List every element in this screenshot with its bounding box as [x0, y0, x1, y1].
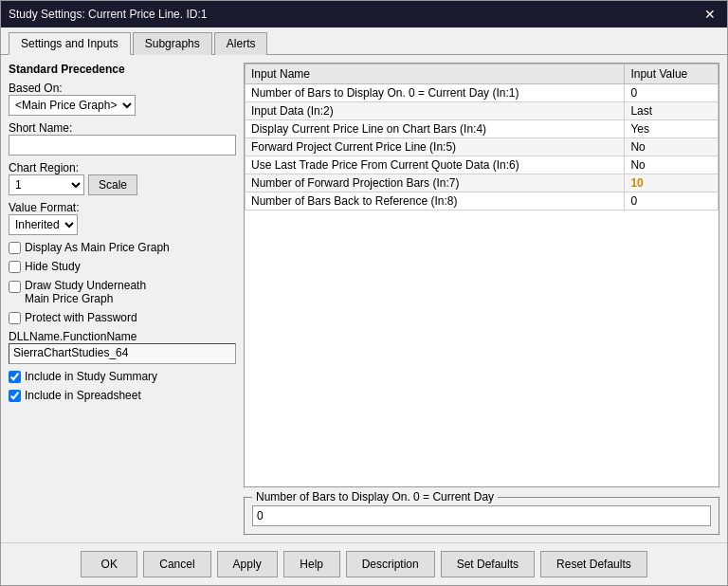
table-row[interactable]: Use Last Trade Price From Current Quote … [246, 156, 719, 174]
dll-group: DLLName.FunctionName SierraChartStudies_… [9, 330, 236, 364]
checkbox-draw-underneath: Draw Study UnderneathMain Price Graph [9, 279, 236, 305]
draw-underneath-label: Draw Study UnderneathMain Price Graph [25, 279, 146, 305]
table-row[interactable]: Display Current Price Line on Chart Bars… [246, 120, 719, 138]
main-content: Standard Precedence Based On: <Main Pric… [1, 55, 727, 542]
short-name-label: Short Name: [9, 121, 236, 135]
main-window: Study Settings: Current Price Line. ID:1… [0, 0, 728, 586]
checkbox-protect-password: Protect with Password [9, 311, 236, 324]
footer: OK Cancel Apply Help Description Set Def… [1, 542, 727, 585]
cell-input-name: Use Last Trade Price From Current Quote … [246, 156, 625, 174]
protect-password-checkbox[interactable] [9, 312, 21, 324]
based-on-group: Based On: <Main Price Graph> [9, 82, 236, 116]
input-table: Input Name Input Value Number of Bars to… [245, 64, 719, 211]
based-on-label: Based On: [9, 82, 236, 95]
input-value-field[interactable] [252, 505, 711, 526]
checkbox-display-main: Display As Main Price Graph [9, 241, 236, 254]
checkbox-include-spreadsheet: Include in Spreadsheet [9, 389, 236, 402]
tab-bar: Settings and Inputs Subgraphs Alerts [1, 27, 727, 55]
input-section-legend: Number of Bars to Display On. 0 = Curren… [252, 490, 498, 504]
ok-button[interactable]: OK [81, 551, 137, 577]
right-panel: Input Name Input Value Number of Bars to… [244, 63, 719, 535]
display-main-checkbox[interactable] [9, 242, 21, 254]
cell-input-value: 0 [625, 84, 719, 102]
table-row[interactable]: Forward Project Current Price Line (In:5… [246, 138, 719, 156]
chart-region-group: Chart Region: 1 Scale [9, 161, 236, 195]
set-defaults-button[interactable]: Set Defaults [441, 551, 535, 577]
scale-button[interactable]: Scale [88, 174, 137, 195]
value-format-select[interactable]: Inherited [9, 214, 78, 235]
cell-input-name: Forward Project Current Price Line (In:5… [246, 138, 625, 156]
chart-region-row: 1 Scale [9, 174, 236, 195]
description-button[interactable]: Description [346, 551, 435, 577]
cell-input-name: Number of Bars Back to Reference (In:8) [246, 192, 625, 211]
chart-region-label: Chart Region: [9, 161, 236, 174]
cell-input-name: Number of Bars to Display On. 0 = Curren… [246, 84, 625, 102]
include-spreadsheet-label: Include in Spreadsheet [25, 389, 141, 402]
protect-password-label: Protect with Password [25, 311, 137, 324]
col-input-name: Input Name [246, 64, 625, 84]
help-button[interactable]: Help [283, 551, 340, 577]
tab-alerts[interactable]: Alerts [214, 32, 268, 55]
display-main-label: Display As Main Price Graph [25, 241, 170, 254]
include-summary-checkbox[interactable] [9, 371, 21, 383]
cell-input-value: Yes [625, 120, 719, 138]
include-spreadsheet-checkbox[interactable] [9, 390, 21, 402]
table-row[interactable]: Number of Bars to Display On. 0 = Curren… [246, 84, 719, 102]
based-on-select[interactable]: <Main Price Graph> [9, 95, 136, 116]
table-row[interactable]: Input Data (In:2)Last [246, 102, 719, 120]
dll-value: SierraChartStudies_64 [9, 343, 236, 364]
cell-input-name: Number of Forward Projection Bars (In:7) [246, 174, 625, 192]
draw-underneath-checkbox[interactable] [9, 281, 21, 293]
short-name-group: Short Name: [9, 121, 236, 156]
cell-input-value: No [625, 156, 719, 174]
cell-input-name: Input Data (In:2) [246, 102, 625, 120]
chart-region-select[interactable]: 1 [9, 174, 84, 195]
col-input-value: Input Value [625, 64, 719, 84]
table-row[interactable]: Number of Forward Projection Bars (In:7)… [246, 174, 719, 192]
include-summary-label: Include in Study Summary [25, 370, 157, 383]
input-table-container: Input Name Input Value Number of Bars to… [244, 63, 719, 487]
close-button[interactable]: ✕ [701, 7, 719, 22]
cell-input-name: Display Current Price Line on Chart Bars… [246, 120, 625, 138]
value-format-group: Value Format: Inherited [9, 201, 236, 235]
cell-input-value: 0 [625, 192, 719, 211]
table-row[interactable]: Number of Bars Back to Reference (In:8)0 [246, 192, 719, 211]
left-panel: Standard Precedence Based On: <Main Pric… [9, 63, 236, 535]
tab-subgraphs[interactable]: Subgraphs [133, 32, 212, 55]
input-section: Number of Bars to Display On. 0 = Curren… [244, 497, 719, 535]
cell-input-value: 10 [625, 174, 719, 192]
short-name-input[interactable] [9, 135, 236, 156]
standard-precedence-label: Standard Precedence [9, 63, 236, 76]
checkbox-hide-study: Hide Study [9, 260, 236, 273]
cancel-button[interactable]: Cancel [143, 551, 210, 577]
title-bar: Study Settings: Current Price Line. ID:1… [1, 1, 727, 27]
cell-input-value: No [625, 138, 719, 156]
tab-settings[interactable]: Settings and Inputs [9, 32, 131, 55]
checkbox-include-summary: Include in Study Summary [9, 370, 236, 383]
apply-button[interactable]: Apply [217, 551, 278, 577]
cell-input-value: Last [625, 102, 719, 120]
reset-defaults-button[interactable]: Reset Defaults [540, 551, 647, 577]
dll-label: DLLName.FunctionName [9, 330, 236, 343]
hide-study-label: Hide Study [25, 260, 81, 273]
value-format-label: Value Format: [9, 201, 236, 214]
hide-study-checkbox[interactable] [9, 261, 21, 273]
window-title: Study Settings: Current Price Line. ID:1 [9, 8, 207, 21]
